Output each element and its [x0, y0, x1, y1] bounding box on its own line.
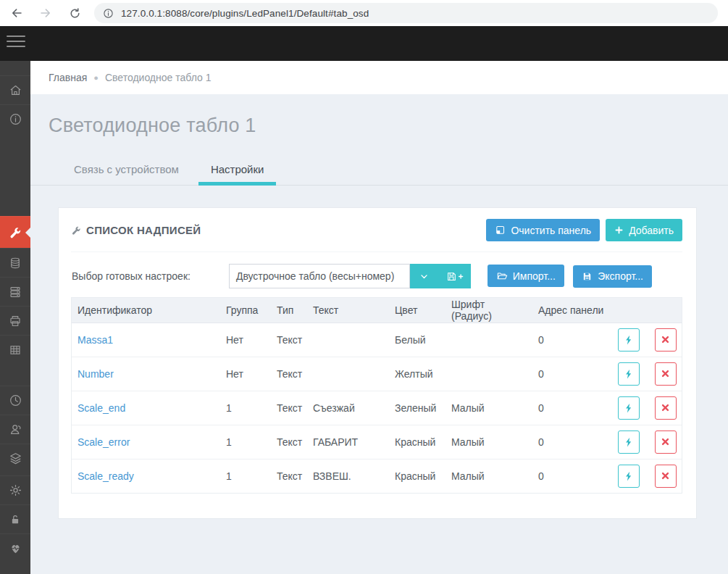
delete-x-icon [661, 472, 669, 480]
inscriptions-panel: СПИСОК НАДПИСЕЙ Очистить панель Добавить… [58, 207, 697, 519]
test-output-button[interactable] [618, 465, 640, 488]
test-output-button[interactable] [618, 396, 640, 420]
wrench-icon [9, 226, 22, 239]
presets-select-group: Двустрочное табло (весы+номер) [229, 264, 471, 288]
sidebar-item-users[interactable] [0, 415, 30, 444]
row-text [307, 357, 389, 391]
table-header-row: ИдентификаторГруппаТипТекстЦветШрифт (Ра… [72, 298, 682, 323]
users-icon [9, 423, 22, 436]
gear-icon [9, 483, 22, 497]
test-output-button[interactable] [618, 430, 640, 454]
presets-select[interactable]: Двустрочное табло (весы+номер) [229, 264, 410, 288]
active-item-notch [25, 228, 30, 238]
row-id-link[interactable]: Scale_error [78, 436, 130, 448]
table-row: Scale_ready 1 Текст ВЗВЕШ. Красный Малый… [72, 459, 682, 493]
delete-row-button[interactable] [655, 465, 677, 488]
row-address: 0 [532, 323, 612, 357]
row-address: 0 [532, 391, 612, 425]
row-id-link[interactable]: Scale_end [78, 402, 125, 414]
row-font: Малый [445, 391, 532, 425]
hamburger-menu-icon[interactable] [7, 36, 25, 51]
sidebar-item-info[interactable] [0, 104, 30, 133]
browser-toolbar: 127.0.0.1:8088/core/plugins/LedPanel1/De… [0, 0, 728, 26]
screen: 127.0.0.1:8088/core/plugins/LedPanel1/De… [0, 0, 728, 574]
database-icon [9, 257, 22, 270]
page-info-icon [103, 8, 114, 19]
bolt-icon [624, 369, 633, 379]
delete-row-button[interactable] [655, 430, 677, 454]
sidebar-item-layers[interactable] [0, 444, 30, 473]
sidebar-item-table[interactable] [0, 335, 30, 364]
panel-header: СПИСОК НАДПИСЕЙ Очистить панель Добавить [71, 219, 682, 252]
refresh-icon[interactable] [62, 2, 87, 24]
delete-row-button[interactable] [655, 396, 677, 420]
forward-arrow-icon[interactable] [33, 2, 58, 24]
table-row: Scale_end 1 Текст Съезжай Зеленый Малый … [72, 391, 682, 425]
sidebar-item-printer[interactable] [0, 306, 30, 335]
sidebar-item-database[interactable] [0, 248, 30, 277]
row-address: 0 [532, 425, 612, 459]
row-color: Красный [389, 425, 445, 459]
sidebar-item-security[interactable] [0, 504, 30, 533]
delete-x-icon [661, 370, 669, 378]
sidebar-item-schedule[interactable] [0, 386, 30, 415]
presets-row: Выбор готовых настроек: Двустрочное табл… [71, 264, 682, 288]
tab-device-link[interactable]: Связь с устройством [62, 156, 191, 185]
column-header: Шрифт (Радиус) [445, 298, 532, 323]
bolt-icon [624, 403, 633, 413]
layers-icon [9, 452, 22, 465]
back-arrow-icon[interactable] [4, 2, 29, 24]
table-row: Number Нет Текст Желтый 0 [72, 357, 682, 391]
heartbeat-icon [9, 541, 22, 555]
row-group: 1 [220, 425, 271, 459]
clear-panel-button[interactable]: Очистить панель [486, 219, 600, 241]
breadcrumb-home-link[interactable]: Главная [49, 72, 87, 83]
app-topbar [0, 26, 728, 61]
info-icon [9, 112, 22, 126]
row-font: Малый [445, 459, 532, 493]
sidebar-item-server[interactable] [0, 277, 30, 306]
url-text: 127.0.0.1:8088/core/plugins/LedPanel1/De… [121, 8, 369, 19]
add-button[interactable]: Добавить [606, 219, 682, 241]
row-text: Съезжай [307, 391, 389, 425]
save-preset-button[interactable] [439, 264, 471, 288]
sidebar [0, 61, 30, 574]
plus-icon [614, 225, 624, 235]
delete-x-icon [661, 404, 669, 412]
import-button[interactable]: Импорт... [488, 265, 564, 287]
panel-icon [495, 225, 506, 236]
breadcrumb: Главная ● Светодиодное табло 1 [30, 61, 728, 94]
folder-open-icon [496, 270, 508, 282]
test-output-button[interactable] [618, 362, 640, 386]
url-bar[interactable]: 127.0.0.1:8088/core/plugins/LedPanel1/De… [94, 3, 718, 23]
column-header: Тип [271, 298, 307, 323]
row-id-link[interactable]: Massa1 [78, 334, 113, 346]
row-type: Текст [271, 323, 307, 357]
tab-settings[interactable]: Настройки [198, 156, 277, 185]
delete-row-button[interactable] [655, 362, 677, 386]
table-row: Scale_error 1 Текст ГАБАРИТ Красный Малы… [72, 425, 682, 459]
test-output-button[interactable] [618, 328, 640, 352]
row-color: Красный [389, 459, 445, 493]
sidebar-item-settings[interactable] [0, 475, 30, 504]
delete-row-button[interactable] [655, 328, 677, 352]
row-id-link[interactable]: Number [78, 368, 114, 380]
row-color: Белый [389, 323, 445, 357]
export-button[interactable]: Экспорт... [573, 265, 652, 288]
wrench-icon [71, 225, 81, 236]
chevron-down-icon [419, 272, 429, 281]
row-group: Нет [220, 323, 271, 357]
panel-title: СПИСОК НАДПИСЕЙ [86, 224, 201, 236]
presets-dropdown-button[interactable] [410, 264, 439, 288]
row-group: 1 [220, 391, 271, 425]
sidebar-item-home[interactable] [0, 75, 30, 104]
row-text [307, 323, 389, 357]
sidebar-item-plugins-active[interactable] [0, 216, 30, 248]
floppy-icon [582, 271, 593, 282]
column-header [612, 298, 682, 323]
row-id-link[interactable]: Scale_ready [78, 470, 134, 482]
row-address: 0 [532, 459, 612, 493]
column-header: Группа [220, 298, 271, 323]
sidebar-item-health[interactable] [0, 533, 30, 562]
row-color: Желтый [389, 357, 445, 391]
